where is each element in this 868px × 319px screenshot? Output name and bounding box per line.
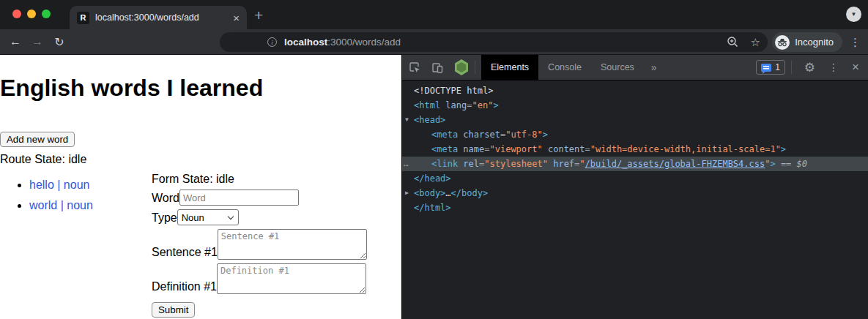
code-token: <!DOCTYPE html> — [414, 86, 493, 96]
devtools-code: <!DOCTYPE html><html lang="en">▼<head><m… — [402, 80, 868, 215]
url-host: localhost — [284, 37, 327, 48]
close-window-button[interactable] — [12, 10, 21, 18]
word-input[interactable] — [179, 189, 299, 206]
inspect-element-icon[interactable] — [409, 61, 421, 74]
code-line[interactable]: </html> — [402, 200, 868, 215]
code-token: == — [776, 159, 797, 169]
tab-search-button[interactable]: ▼ — [846, 7, 861, 22]
add-word-form: Form State: idle Word Type Noun Sentence… — [152, 166, 367, 318]
url-path: :3000/words/add — [327, 37, 401, 48]
code-line[interactable]: <meta name="viewport" content="width=dev… — [402, 142, 868, 157]
zoom-icon[interactable] — [727, 36, 739, 48]
toolbar-divider — [475, 61, 475, 74]
page-content: English words I learned Add new word Rou… — [0, 55, 401, 319]
code-token: "width=device-width,initial-scale=1" — [590, 144, 781, 154]
sentence-textarea[interactable] — [218, 229, 367, 260]
code-token: > — [543, 130, 548, 140]
console-messages-badge[interactable]: 1 — [756, 60, 785, 75]
browser-toolbar: ← → ↻ i localhost:3000/words/add ☆ — [0, 29, 868, 55]
word-link[interactable]: hello | noun — [29, 179, 89, 191]
word-label: Word — [152, 191, 179, 206]
devtools-tab-console[interactable]: Console — [538, 55, 591, 80]
code-token: "viewport" — [489, 144, 542, 154]
code-token: charset — [458, 130, 500, 140]
tab-strip: R localhost:3000/words/add × + ▼ — [0, 0, 868, 29]
type-select[interactable]: Noun — [177, 209, 239, 225]
device-toolbar-icon[interactable] — [431, 61, 444, 74]
message-count: 1 — [775, 62, 780, 72]
tab-title: localhost:3000/words/add — [95, 12, 227, 23]
forward-button[interactable]: → — [26, 35, 48, 48]
code-token: $0 — [797, 159, 807, 169]
submit-button[interactable]: Submit — [152, 302, 195, 318]
code-line[interactable]: …<link rel="stylesheet" href="/build/_as… — [402, 157, 868, 171]
code-token: lang — [440, 100, 467, 110]
type-select-wrap: Noun — [177, 209, 239, 225]
code-token: href — [548, 159, 574, 169]
word-list-item: hello | noun — [29, 179, 152, 192]
code-token: <head> — [414, 115, 445, 125]
back-button[interactable]: ← — [4, 35, 26, 48]
word-link[interactable]: world | noun — [29, 199, 93, 211]
tab-close-icon[interactable]: × — [233, 12, 240, 23]
page-info-icon[interactable]: i — [267, 37, 277, 47]
code-token: > — [770, 159, 775, 169]
incognito-badge: Incognito — [772, 32, 842, 52]
new-tab-button[interactable]: + — [254, 7, 263, 24]
address-bar[interactable]: i localhost:3000/words/add ☆ — [220, 32, 768, 52]
devtools-close-icon[interactable]: × — [845, 60, 868, 75]
code-token: <meta — [431, 144, 458, 154]
code-token: " — [579, 159, 585, 169]
incognito-label: Incognito — [795, 37, 834, 48]
definition-label: Definition #1 — [152, 279, 217, 294]
definition-textarea[interactable] — [217, 263, 366, 294]
line-gutter-dots-icon: … — [404, 157, 408, 171]
code-token: <body> — [414, 188, 445, 198]
code-token: </body> — [451, 188, 489, 198]
maximize-window-button[interactable] — [42, 10, 51, 18]
code-token: <html — [414, 100, 440, 110]
reload-button[interactable]: ↻ — [48, 35, 70, 49]
word-list: hello | nounworld | noun — [0, 179, 152, 318]
more-tabs-icon[interactable]: » — [644, 61, 664, 73]
code-token: <link — [431, 159, 458, 169]
node-devtools-icon[interactable] — [454, 59, 469, 75]
code-line[interactable]: ▶<body>…</body> — [402, 186, 868, 200]
browser-window: R localhost:3000/words/add × + ▼ ← → ↻ i… — [0, 0, 868, 319]
code-token: > — [781, 144, 786, 154]
code-line[interactable]: <meta charset="utf-8"> — [402, 127, 868, 142]
code-token: "stylesheet" — [484, 159, 548, 169]
remix-favicon-icon: R — [77, 12, 89, 24]
disclosure-arrow-icon[interactable]: ▼ — [405, 113, 409, 127]
message-bubble-icon — [761, 64, 771, 72]
devtools-panel: ElementsConsoleSources » 1 ⚙ ⋮ × <!DOCTY… — [401, 55, 868, 319]
browser-tab[interactable]: R localhost:3000/words/add × — [70, 6, 247, 29]
minimize-window-button[interactable] — [27, 10, 36, 18]
incognito-icon — [775, 35, 790, 50]
code-line[interactable]: </head> — [402, 171, 868, 186]
code-token: </html> — [414, 203, 451, 213]
bookmark-star-icon[interactable]: ☆ — [751, 36, 760, 49]
form-state-text: Form State: idle — [152, 173, 367, 186]
devtools-menu-icon[interactable]: ⋮ — [822, 61, 845, 73]
code-token: "utf-8" — [505, 130, 543, 140]
devtools-tabs: ElementsConsoleSources — [481, 55, 644, 80]
code-token: > — [493, 100, 498, 110]
code-token: content — [543, 144, 585, 154]
page-title: English words I learned — [0, 75, 401, 101]
code-token: </head> — [414, 173, 451, 184]
add-new-word-button[interactable]: Add new word — [0, 132, 75, 147]
devtools-settings-icon[interactable]: ⚙ — [798, 60, 822, 75]
devtools-toolbar: ElementsConsoleSources » 1 ⚙ ⋮ × — [402, 55, 868, 80]
devtools-tab-sources[interactable]: Sources — [591, 55, 644, 80]
devtools-tab-elements[interactable]: Elements — [481, 55, 538, 80]
url-text[interactable]: localhost:3000/words/add — [284, 37, 401, 48]
type-label: Type — [152, 211, 177, 225]
code-line[interactable]: <html lang="en"> — [402, 98, 868, 113]
code-line[interactable]: ▼<head> — [402, 113, 868, 127]
code-token: /build/_assets/global-FHZEMBS4.css — [585, 159, 765, 169]
word-list-item: world | noun — [29, 199, 152, 212]
code-line[interactable]: <!DOCTYPE html> — [402, 83, 868, 98]
disclosure-arrow-icon[interactable]: ▶ — [405, 186, 409, 200]
browser-menu-icon[interactable]: ⋮ — [850, 36, 861, 49]
